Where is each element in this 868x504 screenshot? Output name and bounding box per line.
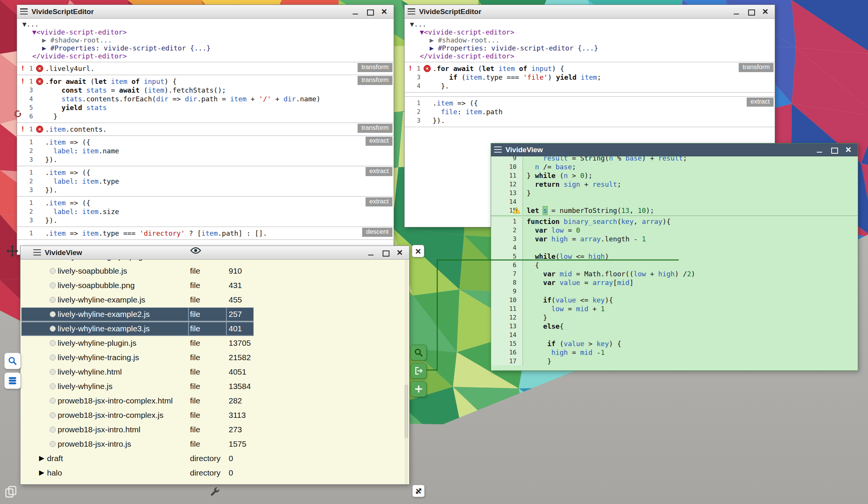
code-line[interactable]: } while (n > 0); [523, 171, 592, 180]
file-row[interactable]: index.htmlfile231 [20, 480, 409, 484]
code-line[interactable]: if(value <= key){ [523, 296, 613, 304]
close-button[interactable] [380, 8, 388, 16]
code-line[interactable]: }). [45, 186, 58, 194]
stage-badge[interactable]: descent [362, 228, 392, 237]
code-line[interactable]: .item => ({ [45, 138, 90, 146]
move-handle-icon[interactable] [6, 245, 19, 257]
code-line[interactable] [523, 287, 527, 296]
code-line[interactable]: var high = array.length - 1 [523, 235, 646, 243]
minimize-button[interactable] [732, 8, 741, 16]
file-row[interactable]: ▶halodirectory0 [20, 466, 409, 480]
stage-badge[interactable]: extract [366, 197, 392, 206]
code-line[interactable]: yield stats [45, 103, 107, 112]
expand-arrow-icon[interactable]: ▶ [39, 468, 44, 477]
code-block[interactable]: 1function binary_search(key, array){2 va… [491, 217, 858, 365]
code-line[interactable]: if (item.type === 'file') yield item; [433, 73, 601, 82]
code-line[interactable]: }). [45, 216, 58, 225]
menu-icon[interactable] [494, 146, 502, 153]
code-line[interactable]: .item => ({ [433, 99, 478, 107]
maximize-button[interactable] [366, 8, 374, 16]
dom-tree-node[interactable]: ▼<vivide-script-editor> [17, 28, 394, 36]
code-line[interactable]: if (value > key) { [523, 339, 621, 348]
code-line[interactable]: label: item.size [45, 207, 119, 216]
view-add-button[interactable] [411, 381, 427, 397]
file-row[interactable]: lively-module-graph.pngfile [20, 260, 409, 264]
file-row[interactable]: lively-whyline-example2.jsfile257 [20, 307, 409, 322]
code-line[interactable]: } [523, 357, 551, 365]
eye-icon[interactable] [190, 247, 201, 254]
code-view-body[interactable]: 9 result = String(n % base) + result;10 … [491, 156, 858, 370]
code-line[interactable]: label: item.type [45, 177, 119, 186]
file-row[interactable]: lively-whyline-example3.jsfile401 [20, 322, 409, 336]
minimize-button[interactable] [815, 146, 824, 154]
file-row[interactable]: ▶draftdirectory0 [20, 452, 409, 466]
code-line[interactable]: let s = numberToString(13, 10); [523, 206, 654, 215]
stage-badge[interactable]: transform [358, 76, 392, 85]
code-line[interactable]: .item.contents. [45, 125, 107, 134]
code-line[interactable]: .item => item.type === 'directory' ? [it… [45, 229, 267, 238]
file-row[interactable]: lively-whyline-tracing.jsfile21582 [20, 351, 409, 365]
script-section[interactable]: extract1.item => ({2 label: item.type3})… [17, 166, 394, 196]
script-section[interactable]: transform!1×.for await (let item of inpu… [17, 75, 394, 123]
code-line[interactable]: var value = array[mid] [523, 278, 634, 287]
code-line[interactable] [523, 331, 527, 339]
script-section[interactable]: transform!1×.item.contents. [17, 123, 394, 135]
file-row[interactable]: proweb18-jsx-intro-complex.jsfile3113 [20, 408, 409, 423]
expand-button[interactable] [412, 485, 425, 497]
titlebar[interactable]: VivideScriptEditor [17, 5, 394, 19]
dom-tree-node[interactable]: ▶ #shadow-root... [405, 36, 775, 44]
code-line[interactable]: low = mid + 1 [523, 304, 605, 313]
code-line[interactable]: const stats = await (item).fetchStats(); [45, 86, 226, 94]
stage-badge[interactable]: transform [358, 124, 392, 133]
stage-badge[interactable]: extract [747, 98, 774, 107]
menu-icon[interactable] [33, 249, 41, 256]
code-line[interactable]: { [523, 261, 539, 269]
minimize-button[interactable] [351, 8, 359, 16]
maximize-button[interactable] [381, 249, 389, 257]
file-row[interactable]: proweb18-jsx-intro-complex.htmlfile282 [20, 394, 409, 408]
code-line[interactable]: function binary_search(key, array){ [523, 217, 670, 226]
file-row[interactable]: proweb18-jsx-intro.htmlfile273 [20, 423, 409, 437]
file-row[interactable]: lively-whyline-example.jsfile455 [20, 293, 409, 307]
view-export-button[interactable] [411, 363, 427, 379]
code-line[interactable]: } [523, 313, 547, 322]
stage-badge[interactable]: transform [358, 63, 392, 72]
code-block[interactable]: 9 result = String(n % base) + result;10 … [491, 156, 858, 215]
dom-tree-node[interactable]: </vivide-script-editor> [17, 52, 394, 60]
dom-tree-node[interactable]: ▼... [405, 20, 775, 28]
code-line[interactable]: }). [45, 155, 58, 164]
code-line[interactable]: var mid = Math.floor((low + high) /2) [523, 269, 695, 278]
dom-tree-node[interactable]: ▶ #shadow-root... [17, 36, 394, 44]
search-button[interactable] [4, 353, 21, 369]
stage-badge[interactable]: transform [739, 63, 774, 72]
titlebar[interactable]: VivideScriptEditor [405, 5, 775, 19]
expand-arrow-icon[interactable]: ▶ [39, 454, 44, 462]
code-line[interactable]: file: item.path [433, 107, 502, 116]
wrench-icon[interactable] [209, 486, 220, 498]
script-section[interactable]: extract1.item => ({2 file: item.path3}). [405, 96, 775, 127]
stage-badge[interactable]: extract [366, 167, 392, 176]
revert-icon[interactable] [13, 110, 22, 119]
file-row[interactable]: lively-soapbubble.jsfile910 [20, 264, 409, 279]
menu-icon[interactable] [20, 8, 28, 15]
menu-icon[interactable] [408, 8, 415, 15]
close-button[interactable] [396, 249, 404, 257]
halo-close-button[interactable] [412, 245, 424, 257]
file-row[interactable]: proweb18-jsx-intro.jsfile1575 [20, 437, 409, 452]
code-line[interactable]: label: item.name [45, 146, 119, 155]
titlebar[interactable]: VivideView [20, 246, 409, 260]
code-line[interactable]: else{ [523, 322, 564, 331]
code-line[interactable]: .for await (let item of input) { [433, 64, 564, 73]
copy-icon[interactable] [5, 485, 17, 498]
maximize-button[interactable] [747, 8, 755, 16]
file-row[interactable]: lively-whyline.jsfile13584 [20, 380, 409, 394]
code-line[interactable]: .item => ({ [45, 198, 90, 207]
close-button[interactable] [761, 8, 769, 16]
script-section[interactable]: transform!1×.for await (let item of inpu… [405, 62, 775, 93]
code-line[interactable]: n /= base; [523, 162, 576, 171]
dom-tree-node[interactable]: ▶ #Properties: vivide-script-editor {...… [405, 44, 775, 52]
script-section[interactable]: extract1.item => ({2 label: item.size3})… [17, 196, 394, 227]
code-line[interactable]: .for await (let item of input) { [45, 77, 177, 86]
script-section[interactable]: extract1.item => ({2 label: item.name3})… [17, 135, 394, 166]
code-line[interactable]: while(low <= high) [523, 252, 609, 261]
